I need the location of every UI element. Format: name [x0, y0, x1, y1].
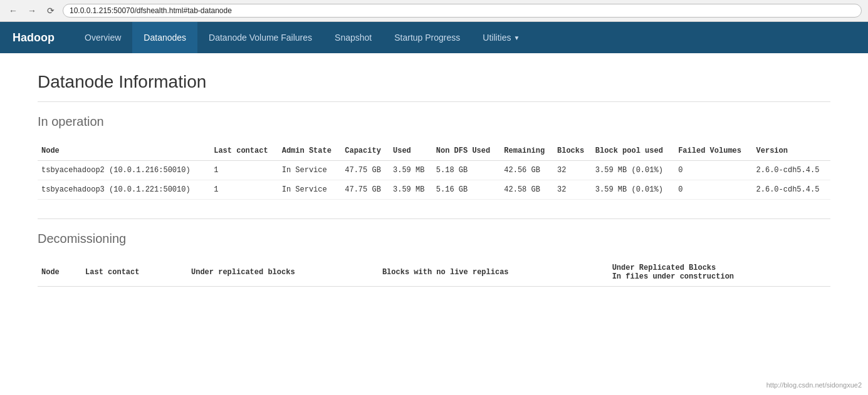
cell-non-dfs-used-1: 5.18 GB	[432, 161, 501, 180]
col-version: Version	[753, 141, 830, 161]
in-operation-table: Node Last contact Admin State Capacity U…	[38, 141, 830, 200]
cell-admin-state-2: In Service	[278, 180, 342, 200]
in-operation-title: In operation	[38, 115, 830, 129]
cell-node-1[interactable]: tsbyacehadoop2 (10.0.1.216:50010)	[38, 161, 210, 180]
utilities-caret-icon: ▼	[513, 34, 520, 41]
cell-admin-state-1: In Service	[278, 161, 342, 180]
decomm-col-under-replicated-files: Under Replicated Blocks In files under c…	[609, 259, 830, 287]
cell-failed-volumes-2: 0	[674, 180, 752, 200]
forward-button[interactable]: →	[25, 4, 39, 18]
cell-used-1: 3.59 MB	[389, 161, 432, 180]
nav-overview[interactable]: Overview	[73, 22, 132, 53]
decomm-header-row: Node Last contact Under replicated block…	[38, 259, 830, 287]
navbar-brand: Hadoop	[13, 31, 55, 44]
col-capacity: Capacity	[341, 141, 389, 161]
table-header-row: Node Last contact Admin State Capacity U…	[38, 141, 830, 161]
col-last-contact: Last contact	[210, 141, 278, 161]
cell-block-pool-used-2: 3.59 MB (0.01%)	[592, 180, 674, 200]
nav-datanode-volume-failures[interactable]: Datanode Volume Failures	[197, 22, 323, 53]
nav-startup-progress[interactable]: Startup Progress	[383, 22, 471, 53]
decomm-col-under-replicated: Under replicated blocks	[187, 259, 379, 287]
cell-last-contact-1: 1	[210, 161, 278, 180]
cell-used-2: 3.59 MB	[389, 180, 432, 200]
col-admin-state: Admin State	[278, 141, 342, 161]
refresh-button[interactable]: ⟳	[44, 4, 58, 18]
cell-node-2[interactable]: tsbyacehadoop3 (10.0.1.221:50010)	[38, 180, 210, 200]
utilities-label: Utilities	[483, 33, 511, 43]
cell-remaining-1: 42.56 GB	[500, 161, 553, 180]
navbar-links: Overview Datanodes Datanode Volume Failu…	[73, 22, 531, 53]
decomissioning-title: Decomissioning	[38, 232, 830, 246]
decomm-col-no-live-replicas: Blocks with no live replicas	[379, 259, 609, 287]
col-used: Used	[389, 141, 432, 161]
browser-chrome: ← → ⟳ 10.0.0.1.215:50070/dfshealth.html#…	[0, 0, 868, 22]
table-row: tsbyacehadoop2 (10.0.1.216:50010) 1 In S…	[38, 161, 830, 180]
col-blocks: Blocks	[553, 141, 592, 161]
decomm-col-node: Node	[38, 259, 81, 287]
page-title: Datanode Information	[38, 72, 830, 92]
cell-last-contact-2: 1	[210, 180, 278, 200]
cell-version-2: 2.6.0-cdh5.4.5	[753, 180, 830, 200]
decomm-col-last-contact: Last contact	[81, 259, 187, 287]
nav-datanodes[interactable]: Datanodes	[132, 22, 197, 53]
nav-utilities[interactable]: Utilities ▼	[471, 22, 531, 53]
nav-snapshot[interactable]: Snapshot	[323, 22, 383, 53]
cell-blocks-1: 32	[553, 161, 592, 180]
navbar: Hadoop Overview Datanodes Datanode Volum…	[0, 22, 868, 53]
address-bar[interactable]: 10.0.0.1.215:50070/dfshealth.html#tab-da…	[63, 4, 862, 18]
cell-capacity-2: 47.75 GB	[341, 180, 389, 200]
cell-non-dfs-used-2: 5.16 GB	[432, 180, 501, 200]
col-block-pool-used: Block pool used	[592, 141, 674, 161]
cell-failed-volumes-1: 0	[674, 161, 752, 180]
cell-capacity-1: 47.75 GB	[341, 161, 389, 180]
col-node: Node	[38, 141, 210, 161]
cell-block-pool-used-1: 3.59 MB (0.01%)	[592, 161, 674, 180]
cell-version-1: 2.6.0-cdh5.4.5	[753, 161, 830, 180]
col-remaining: Remaining	[500, 141, 553, 161]
main-content: Datanode Information In operation Node L…	[0, 53, 868, 324]
col-failed-volumes: Failed Volumes	[674, 141, 752, 161]
cell-remaining-2: 42.58 GB	[500, 180, 553, 200]
table-row: tsbyacehadoop3 (10.0.1.221:50010) 1 In S…	[38, 180, 830, 200]
decomissioning-table: Node Last contact Under replicated block…	[38, 259, 830, 287]
decomm-divider	[38, 218, 830, 219]
cell-blocks-2: 32	[553, 180, 592, 200]
col-non-dfs-used: Non DFS Used	[432, 141, 501, 161]
back-button[interactable]: ←	[6, 4, 20, 18]
title-divider	[38, 101, 830, 102]
